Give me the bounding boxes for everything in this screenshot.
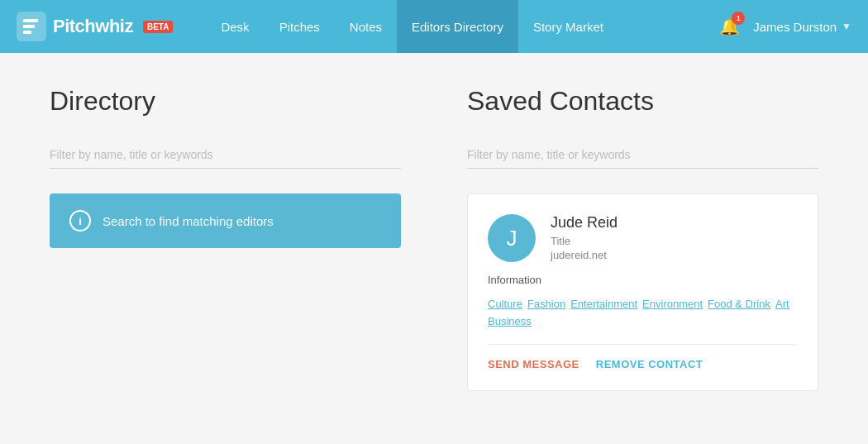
tag-food-drink[interactable]: Food & Drink — [708, 298, 770, 310]
info-icon: i — [69, 210, 91, 232]
nav-right: 🔔 1 James Durston ▼ — [719, 17, 851, 36]
tag-entertainment[interactable]: Entertainment — [570, 298, 637, 310]
directory-filter-input[interactable] — [50, 141, 401, 169]
saved-contacts-title: Saved Contacts — [467, 86, 818, 117]
contact-title: Title — [551, 235, 618, 247]
tag-culture[interactable]: Culture — [488, 298, 522, 310]
nav-links: Desk Pitches Notes Editors Directory Sto… — [206, 0, 719, 53]
main-content: Directory i Search to find matching edit… — [0, 53, 868, 424]
contact-actions: SEND MESSAGE REMOVE CONTACT — [488, 358, 798, 370]
svg-rect-0 — [23, 19, 38, 22]
card-divider — [488, 344, 798, 345]
user-menu-caret: ▼ — [842, 21, 851, 32]
tag-art[interactable]: Art — [775, 298, 789, 310]
nav-editors-directory[interactable]: Editors Directory — [397, 0, 518, 53]
tag-environment[interactable]: Environment — [642, 298, 703, 310]
directory-title: Directory — [50, 86, 401, 117]
search-info-box: i Search to find matching editors — [50, 193, 401, 248]
saved-contacts-filter-input[interactable] — [467, 141, 818, 169]
nav-story-market[interactable]: Story Market — [518, 0, 618, 53]
nav-notes[interactable]: Notes — [335, 0, 397, 53]
directory-panel: Directory i Search to find matching edit… — [50, 86, 401, 391]
contact-name: Jude Reid — [551, 214, 618, 232]
app-name: Pitchwhiz — [53, 16, 133, 37]
notification-badge: 1 — [732, 12, 745, 25]
remove-contact-button[interactable]: REMOVE CONTACT — [596, 358, 703, 370]
notifications-bell[interactable]: 🔔 1 — [719, 17, 740, 36]
contact-header: J Jude Reid Title judereid.net — [488, 214, 798, 262]
nav-desk[interactable]: Desk — [206, 0, 264, 53]
beta-badge: beta — [143, 21, 173, 33]
contact-description: Information — [488, 274, 798, 286]
avatar: J — [488, 214, 536, 262]
tag-fashion[interactable]: Fashion — [527, 298, 565, 310]
saved-contacts-panel: Saved Contacts J Jude Reid Title juderei… — [467, 86, 818, 391]
navbar: Pitchwhizbeta Desk Pitches Notes Editors… — [0, 0, 868, 53]
contact-tags: Culture Fashion Entertainment Environmen… — [488, 298, 798, 327]
svg-rect-1 — [23, 25, 35, 28]
send-message-button[interactable]: SEND MESSAGE — [488, 358, 579, 370]
svg-rect-2 — [23, 31, 31, 34]
contact-info: Jude Reid Title judereid.net — [551, 214, 618, 261]
contact-domain: judereid.net — [551, 249, 618, 261]
nav-pitches[interactable]: Pitches — [265, 0, 335, 53]
logo-icon — [17, 12, 46, 41]
user-name: James Durston — [753, 20, 837, 34]
logo[interactable]: Pitchwhizbeta — [17, 12, 173, 41]
search-info-text: Search to find matching editors — [103, 214, 274, 228]
contact-card: J Jude Reid Title judereid.net Informati… — [467, 193, 818, 391]
user-menu[interactable]: James Durston ▼ — [753, 20, 851, 34]
tag-business[interactable]: Business — [488, 315, 532, 327]
